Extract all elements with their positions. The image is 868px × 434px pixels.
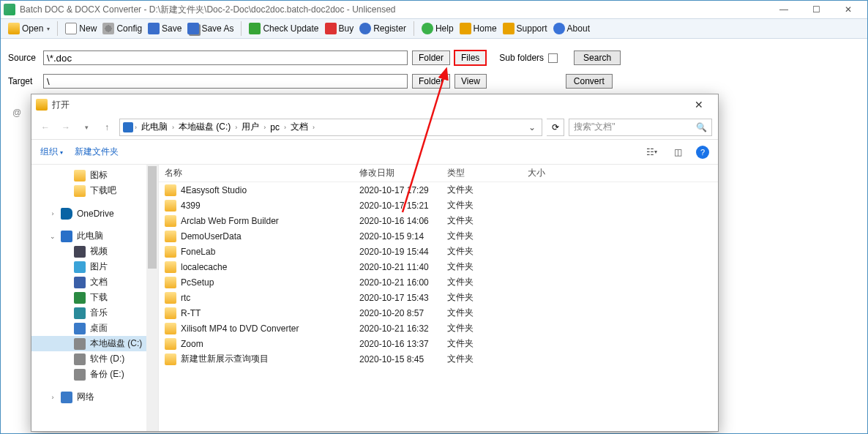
tree-item[interactable]: 图标 xyxy=(31,168,158,183)
bc-item[interactable]: 此电脑 xyxy=(138,121,171,133)
close-button[interactable]: ✕ xyxy=(832,1,864,18)
video-icon xyxy=(74,246,86,258)
window-title: Batch DOC & DOCX Converter - D:\新建文件夹\Do… xyxy=(20,4,396,16)
source-files-button[interactable]: Files xyxy=(454,50,486,65)
col-date[interactable]: 修改日期 xyxy=(353,167,441,179)
target-view-button[interactable]: View xyxy=(454,74,487,89)
file-row[interactable]: R-TT2020-10-20 8:57文件夹 xyxy=(159,305,718,321)
help-icon xyxy=(422,23,433,34)
about-button[interactable]: About xyxy=(550,21,593,36)
save-button[interactable]: Save xyxy=(145,21,184,36)
file-name: 4399 xyxy=(181,201,201,211)
file-row[interactable]: Arclab Web Form Builder2020-10-16 14:06文… xyxy=(159,213,718,228)
dialog-close-button[interactable]: ✕ xyxy=(684,96,714,113)
minimize-button[interactable]: — xyxy=(768,1,800,18)
tree-item[interactable]: ›网络 xyxy=(31,389,158,405)
source-input[interactable] xyxy=(43,50,408,65)
open-button[interactable]: Open▾ xyxy=(5,21,53,36)
bc-item[interactable]: 文档 xyxy=(288,121,311,133)
file-row[interactable]: FoneLab2020-10-19 15:44文件夹 xyxy=(159,244,718,259)
expand-icon: › xyxy=(49,210,56,217)
help-button[interactable]: Help xyxy=(419,21,457,36)
organize-menu[interactable]: 组织 ▾ xyxy=(40,146,63,158)
tree-item[interactable]: 视频 xyxy=(31,244,158,259)
new-button[interactable]: New xyxy=(62,21,100,36)
refresh-button[interactable]: ⟳ xyxy=(547,119,564,136)
check-update-button[interactable]: Check Update xyxy=(246,21,321,36)
tree-item[interactable]: ⌄此电脑 xyxy=(31,228,158,244)
file-row[interactable]: 新建世新展示查询项目2020-10-15 8:45文件夹 xyxy=(159,351,718,367)
tree-item[interactable]: 下载吧 xyxy=(31,183,158,198)
tree-item[interactable]: 下载 xyxy=(31,290,158,305)
view-mode-button[interactable]: ☷ ▾ xyxy=(643,146,659,159)
nav-up-button[interactable]: ↑ xyxy=(99,119,115,135)
tree-item[interactable]: 文档 xyxy=(31,274,158,290)
file-date: 2020-10-21 16:00 xyxy=(353,277,441,288)
convert-button[interactable]: Convert xyxy=(566,74,613,89)
tree-item[interactable]: ›OneDrive xyxy=(31,206,158,221)
network-icon xyxy=(61,392,72,403)
tree-item-label: 图标 xyxy=(90,169,108,182)
register-button[interactable]: Register xyxy=(356,21,409,36)
tree-item[interactable]: 音乐 xyxy=(31,305,158,321)
breadcrumb-drop-button[interactable]: ⌄ xyxy=(525,122,539,132)
file-row[interactable]: PcSetup2020-10-21 16:00文件夹 xyxy=(159,274,718,290)
check-icon xyxy=(249,23,261,34)
music-icon xyxy=(74,307,86,319)
dialog-help-button[interactable]: ? xyxy=(696,146,709,159)
file-row[interactable]: localecache2020-10-21 11:40文件夹 xyxy=(159,259,718,274)
bc-item[interactable]: 本地磁盘 (C:) xyxy=(176,121,233,133)
search-button[interactable]: Search xyxy=(574,50,621,65)
file-row[interactable]: Xilisoft MP4 to DVD Converter2020-10-21 … xyxy=(159,321,718,336)
tree-item[interactable]: 本地磁盘 (C:) xyxy=(31,336,158,351)
file-row[interactable]: Zoom2020-10-16 13:37文件夹 xyxy=(159,336,718,351)
save-as-button[interactable]: Save As xyxy=(184,21,236,36)
bc-item[interactable]: 用户 xyxy=(239,121,262,133)
folder-tree[interactable]: 图标下载吧›OneDrive⌄此电脑视频图片文档下载音乐桌面本地磁盘 (C:)软… xyxy=(31,165,159,431)
onedrive-icon xyxy=(61,208,72,220)
file-list[interactable]: 名称 修改日期 类型 大小 4Easysoft Studio2020-10-17… xyxy=(159,165,718,431)
support-button[interactable]: Support xyxy=(500,21,550,36)
tree-item[interactable]: 软件 (D:) xyxy=(31,351,158,367)
home-button[interactable]: Home xyxy=(457,21,500,36)
list-header[interactable]: 名称 修改日期 类型 大小 xyxy=(159,165,718,182)
buy-button[interactable]: Buy xyxy=(322,21,357,36)
tree-item[interactable]: 图片 xyxy=(31,259,158,274)
maximize-button[interactable]: ☐ xyxy=(800,1,832,18)
file-date: 2020-10-15 9:14 xyxy=(353,231,441,242)
file-date: 2020-10-21 11:40 xyxy=(353,262,441,272)
target-folder-button[interactable]: Folder xyxy=(412,74,450,89)
bc-item[interactable]: pc xyxy=(267,122,283,132)
folder-icon xyxy=(74,185,86,197)
tree-item[interactable]: 桌面 xyxy=(31,321,158,336)
tree-item[interactable]: 备份 (E:) xyxy=(31,367,158,382)
file-row[interactable]: 43992020-10-17 15:21文件夹 xyxy=(159,198,718,213)
nav-forward-button[interactable]: → xyxy=(58,119,74,135)
file-row[interactable]: DemoUserData2020-10-15 9:14文件夹 xyxy=(159,228,718,244)
open-icon xyxy=(8,23,20,34)
tree-item-label: 本地磁盘 (C:) xyxy=(90,337,142,350)
dialog-search-input[interactable]: 搜索"文档" 🔍 xyxy=(569,119,712,136)
tree-scrollbar[interactable] xyxy=(146,165,158,431)
col-size[interactable]: 大小 xyxy=(522,167,580,179)
file-type: 文件夹 xyxy=(441,214,522,227)
breadcrumb[interactable]: › 此电脑› 本地磁盘 (C:)› 用户› pc› 文档› ⌄ xyxy=(119,119,542,136)
file-row[interactable]: rtc2020-10-17 15:43文件夹 xyxy=(159,290,718,305)
target-input[interactable] xyxy=(43,74,408,89)
pc-icon xyxy=(61,231,72,242)
tree-item-label: 下载吧 xyxy=(90,184,116,197)
col-type[interactable]: 类型 xyxy=(441,167,522,179)
pc-icon xyxy=(123,122,133,132)
source-folder-button[interactable]: Folder xyxy=(412,50,450,65)
file-row[interactable]: 4Easysoft Studio2020-10-17 17:29文件夹 xyxy=(159,182,718,198)
preview-pane-button[interactable]: ◫ xyxy=(670,146,686,159)
subfolders-checkbox[interactable] xyxy=(548,53,558,63)
col-name[interactable]: 名称 xyxy=(159,167,353,179)
file-date: 2020-10-17 15:21 xyxy=(353,201,441,211)
config-button[interactable]: Config xyxy=(100,21,145,36)
nav-recent-button[interactable]: ▾ xyxy=(78,119,94,135)
nav-back-button[interactable]: ← xyxy=(37,119,53,135)
home-icon xyxy=(460,23,471,34)
new-folder-button[interactable]: 新建文件夹 xyxy=(75,146,119,158)
file-name: R-TT xyxy=(181,308,201,318)
